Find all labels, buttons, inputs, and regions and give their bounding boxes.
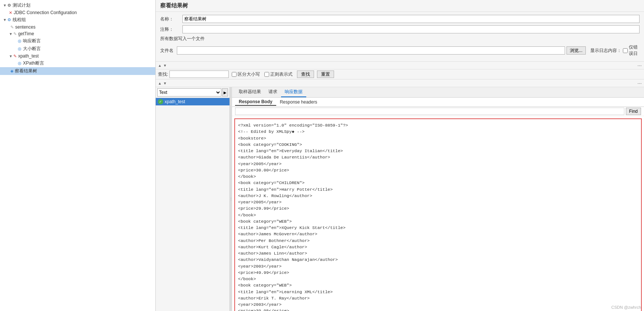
pass-status-icon (158, 99, 163, 104)
icon-test-plan: ⚙ (7, 3, 11, 8)
left-tree-panel: ▼ ⚙ 测试计划 ✕ JDBC Connection Configuration… (0, 0, 156, 311)
comment-input[interactable] (182, 25, 640, 33)
regex-label: 正则表示式 (270, 71, 293, 78)
dropdown-arrow-btn[interactable]: ▶ (222, 88, 228, 96)
search-label: 查找: (158, 71, 168, 78)
xml-search-row: Find (232, 107, 644, 116)
tree-item-view-result[interactable]: ◈ 察看结果树 (0, 67, 155, 75)
case-sensitive-label: 区分大小写 (238, 71, 260, 78)
tree-item-gettime[interactable]: ▼ ✎ getTime (0, 30, 155, 37)
file-name-label: 文件名 (160, 48, 177, 54)
icon-xpath-test: ✎ (13, 54, 17, 59)
response-tabs-row: Response Body Response headers (232, 98, 644, 107)
find-button[interactable]: 查找 (297, 71, 314, 78)
down-arrow-icon-2: ▼ (163, 81, 167, 85)
right-panel: 察看结果树 名称： 注释： 所有数据写入一个文件 文件名 浏览... 显示日志内… (156, 0, 644, 311)
label-xpath-assert: XPath断言 (23, 60, 44, 66)
tree-item-xpath-test[interactable]: ▼ ✎ xpath_test (0, 53, 155, 59)
label-view-result: 察看结果树 (15, 68, 37, 74)
up-arrow-icon: ▲ (158, 63, 162, 68)
search-input[interactable] (169, 71, 229, 78)
tab-sampler-result[interactable]: 取样器结果 (235, 87, 265, 97)
icon-sentences: ✎ (10, 25, 14, 30)
panel-title: 察看结果树 (160, 2, 640, 9)
arrow-test-plan: ▼ (3, 3, 7, 7)
up-arrow-icon-2: ▲ (158, 81, 162, 85)
xml-box: <?xml version="1.0" encoding="ISO-8859-1… (234, 118, 642, 311)
label-xpath-test: xpath_test (18, 53, 39, 59)
dots-menu-1[interactable]: ··· (637, 62, 642, 68)
file-row: 文件名 浏览... 显示日志内容： 仅错误日 (160, 44, 640, 57)
tree-item-response-assert[interactable]: ◎ 响应断言 (0, 37, 155, 45)
regex-checkbox[interactable] (264, 72, 269, 77)
xml-find-input[interactable] (235, 108, 624, 115)
search-bar: 查找: 区分大小写 正则表示式 查找 重置 (156, 69, 644, 79)
down-arrow-icon: ▼ (163, 63, 167, 68)
tree-item-thread-group[interactable]: ▼ ⚙ 线程组 (0, 16, 155, 24)
comment-row: 注释： (160, 25, 640, 33)
icon-size-assert: ◎ (18, 46, 22, 51)
icon-jdbc: ✕ (9, 10, 12, 15)
error-only-checkbox[interactable] (623, 48, 628, 53)
display-log-label: 显示日志内容： (590, 48, 621, 54)
name-row: 名称： (160, 15, 640, 23)
case-sensitive-checkbox[interactable] (232, 72, 237, 77)
content-area: Text HTML JSON XML RegExp Tester ▶ xpath… (156, 87, 644, 311)
section-bar-bottom: ▲ ▼ ··· (156, 79, 644, 87)
tree-item-size-assert[interactable]: ◎ 大小断言 (0, 45, 155, 53)
sampler-label: xpath_test (165, 99, 185, 104)
name-label: 名称： (160, 16, 182, 22)
icon-response-assert: ◎ (18, 39, 22, 43)
main-tabs-row: 取样器结果 请求 响应数据 (232, 87, 644, 98)
watermark: CSDN @zwhrch (611, 305, 641, 310)
icon-thread-group: ⚙ (7, 17, 11, 22)
label-thread-group: 线程组 (13, 17, 26, 23)
icon-gettime: ✎ (13, 32, 17, 36)
dots-menu-2[interactable]: ··· (637, 80, 642, 86)
write-to-file-label: 所有数据写入一个文件 (160, 36, 640, 42)
section-bar-top: ▲ ▼ ··· (156, 62, 644, 69)
format-dropdown-row: Text HTML JSON XML RegExp Tester ▶ (156, 87, 229, 98)
label-jdbc: JDBC Connection Configuration (14, 10, 77, 15)
xml-content-area[interactable]: <?xml version="1.0" encoding="ISO-8859-1… (232, 116, 644, 311)
form-area: 名称： 注释： 所有数据写入一个文件 文件名 浏览... 显示日志内容： 仅错误… (156, 12, 644, 62)
arrow-thread-group: ▼ (3, 18, 7, 22)
left-content-pane: Text HTML JSON XML RegExp Tester ▶ xpath… (156, 87, 230, 311)
label-test-plan: 测试计划 (13, 2, 30, 9)
right-content-pane: 取样器结果 请求 响应数据 Response Body Response hea… (232, 87, 644, 311)
name-input[interactable] (182, 15, 640, 23)
tab-response-data[interactable]: 响应数据 (281, 87, 306, 97)
response-body-tab[interactable]: Response Body (235, 98, 276, 106)
label-size-assert: 大小断言 (23, 46, 41, 52)
xml-find-button[interactable]: Find (626, 108, 641, 115)
label-response-assert: 响应断言 (23, 38, 41, 44)
browse-button[interactable]: 浏览... (567, 46, 586, 55)
format-select[interactable]: Text HTML JSON XML RegExp Tester (157, 88, 221, 96)
regex-row: 正则表示式 (264, 71, 293, 78)
tree-item-sentences[interactable]: ✎ sentences (0, 24, 155, 30)
tree-item-jdbc[interactable]: ✕ JDBC Connection Configuration (0, 9, 155, 16)
reset-button[interactable]: 重置 (317, 71, 334, 78)
error-only-row: 仅错误日 (623, 44, 640, 57)
tree-item-test-plan[interactable]: ▼ ⚙ 测试计划 (0, 1, 155, 9)
file-name-input[interactable] (177, 46, 565, 55)
comment-label: 注释： (160, 26, 182, 33)
tree-item-xpath-assert[interactable]: ◎ XPath断言 (0, 59, 155, 67)
case-sensitive-row: 区分大小写 (232, 71, 260, 78)
error-only-label: 仅错误日 (629, 44, 640, 57)
response-headers-tab[interactable]: Response headers (276, 99, 321, 105)
arrow-xpath-test: ▼ (9, 54, 13, 58)
tab-request[interactable]: 请求 (265, 87, 281, 97)
arrow-gettime: ▼ (9, 32, 13, 36)
sampler-result-item[interactable]: xpath_test (156, 98, 229, 105)
icon-view-result: ◈ (10, 69, 13, 73)
icon-xpath-assert: ◎ (18, 61, 22, 66)
label-sentences: sentences (15, 24, 36, 30)
label-gettime: getTime (18, 31, 34, 36)
